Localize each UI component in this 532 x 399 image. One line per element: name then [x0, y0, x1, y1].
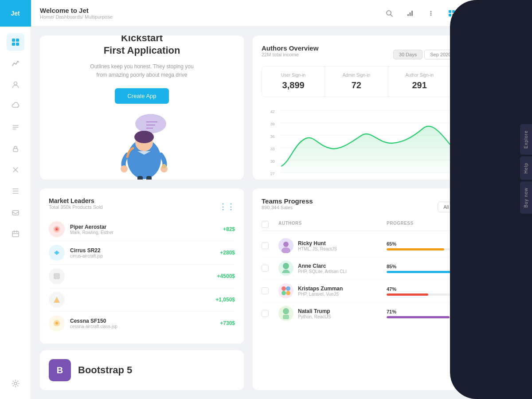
item4-icon — [49, 292, 65, 308]
piper-info: Piper Aerostar Mark, Rowling, Esther — [70, 224, 223, 235]
svg-rect-79 — [54, 273, 60, 279]
kristaps-checkbox[interactable] — [262, 287, 269, 294]
kickstart-title: KickstartFirst Application — [104, 35, 180, 57]
bootstrap-icon: B — [49, 359, 71, 381]
customize-icon-btn[interactable] — [424, 6, 438, 20]
sidebar-item-cloud[interactable] — [7, 97, 24, 115]
natali-skills: Python, ReactJS — [298, 314, 331, 319]
anne-author: Anne Clarc PHP, SQLite, Artisan CLI — [278, 261, 383, 276]
svg-rect-45 — [146, 176, 152, 180]
ricky-author: Ricky Hunt HTML, JS, ReactJS — [278, 238, 383, 253]
kristaps-avatar — [278, 283, 293, 298]
help-button[interactable]: Help — [520, 156, 532, 180]
buy-now-button[interactable]: Buy now — [520, 181, 532, 214]
svg-point-87 — [283, 263, 289, 269]
stat-user-signin: User Sign-in 3,899 — [262, 66, 325, 97]
svg-point-26 — [430, 12, 432, 14]
sidebar-item-inbox[interactable] — [7, 203, 24, 221]
cirrus-icon — [49, 245, 65, 261]
stat-author-signin-label: Author Sign-in — [395, 73, 444, 78]
stat-user-signin-value: 3,899 — [269, 80, 317, 90]
breadcrumb: Home/ Dashboards/ Multipurpose — [40, 14, 113, 20]
sidebar-item-settings[interactable] — [7, 375, 24, 392]
market-item-3: +4500$ — [49, 265, 235, 288]
tab-30days[interactable]: 30 Days — [393, 50, 422, 59]
chart-icon-btn[interactable] — [403, 6, 417, 20]
teams-subtitle: 890,344 Sales — [262, 205, 313, 210]
svg-line-21 — [391, 15, 392, 16]
market-item-4: +1,050$ — [49, 288, 235, 312]
sidebar-item-lock[interactable] — [7, 140, 24, 157]
market-header: Market Leaders Total 350k Products Sold … — [49, 197, 235, 216]
svg-text:27: 27 — [270, 172, 275, 176]
ricky-checkbox[interactable] — [262, 242, 269, 249]
sidebar-item-dashboard[interactable] — [7, 33, 24, 51]
piper-icon — [49, 221, 65, 237]
sidebar: Jet — [0, 0, 31, 399]
teams-title: Teams Progress — [262, 197, 313, 205]
kristaps-author: Kristaps Zumman PHP, Laravel, VueJS — [278, 283, 383, 298]
svg-rect-28 — [449, 10, 451, 13]
cessna-name: Cessna SF150 — [70, 318, 220, 324]
anne-checkbox[interactable] — [262, 265, 269, 272]
svg-point-19 — [14, 382, 17, 385]
sidebar-item-calendar[interactable] — [7, 225, 24, 243]
ricky-info: Ricky Hunt HTML, JS, ReactJS — [298, 240, 337, 251]
anne-skills: PHP, SQLite, Artisan CLI — [298, 269, 347, 274]
market-item-cirrus: Cirrus SR22 cirrus-aircraft.jsp +280$ — [49, 241, 235, 265]
sidebar-logo[interactable]: Jet — [0, 0, 31, 27]
svg-point-86 — [282, 247, 290, 253]
svg-point-40 — [136, 131, 152, 140]
svg-rect-2 — [12, 43, 15, 46]
kickstart-card: KickstartFirst Application Outlines keep… — [40, 35, 244, 180]
cirrus-meta: cirrus-aircraft.jsp — [70, 254, 220, 258]
item3-icon — [49, 268, 65, 284]
create-app-button[interactable]: Create App — [115, 88, 168, 104]
svg-rect-8 — [13, 149, 18, 152]
svg-text:Nov 15: Nov 15 — [387, 179, 397, 180]
svg-text:Jan 1: Jan 1 — [430, 179, 438, 180]
svg-point-82 — [55, 322, 58, 325]
item3-value: +4500$ — [217, 273, 235, 279]
sidebar-item-users[interactable] — [7, 76, 24, 94]
svg-text:30: 30 — [270, 159, 275, 164]
kickstart-description: Outlines keep you honest. They stoping y… — [84, 63, 200, 79]
logo-text: Jet — [11, 10, 20, 17]
svg-text:Aug 1: Aug 1 — [293, 179, 301, 180]
col-authors-header: AUTHORS — [278, 221, 383, 228]
cirrus-value: +280$ — [220, 250, 235, 256]
kristaps-name: Kristaps Zumman — [298, 286, 343, 292]
ricky-avatar — [278, 238, 293, 253]
ricky-name: Ricky Hunt — [298, 240, 337, 246]
authors-subtitle: 22M total income — [262, 52, 318, 57]
kristaps-fill — [387, 293, 428, 296]
sidebar-item-analytics[interactable] — [7, 55, 24, 72]
bottom-left: Market Leaders Total 350k Products Sold … — [40, 188, 244, 390]
svg-text:39: 39 — [270, 122, 275, 126]
svg-text:Dec 1: Dec 1 — [402, 179, 410, 180]
svg-text:Sep 1: Sep 1 — [321, 179, 329, 180]
natali-checkbox[interactable] — [262, 310, 269, 317]
svg-text:Jul 15: Jul 15 — [280, 179, 289, 180]
ricky-skills: HTML, JS, ReactJS — [298, 246, 337, 251]
search-icon-btn[interactable] — [382, 6, 396, 20]
bootstrap-icon-text: B — [57, 365, 63, 376]
svg-rect-24 — [411, 11, 413, 16]
cirrus-info: Cirrus SR22 cirrus-aircraft.jsp — [70, 247, 220, 258]
svg-text:Jan...: Jan... — [442, 179, 450, 180]
sidebar-item-list[interactable] — [7, 118, 24, 136]
svg-text:Nov 1: Nov 1 — [374, 179, 383, 180]
explore-button[interactable]: Explore — [520, 124, 532, 155]
market-more-icon[interactable]: ⋮⋮ — [219, 202, 235, 211]
svg-rect-22 — [407, 14, 409, 16]
dark-panel: Explore Help Buy now — [450, 0, 532, 399]
svg-text:Sep 15: Sep 15 — [332, 179, 342, 180]
sidebar-item-menu[interactable] — [7, 182, 24, 200]
svg-point-85 — [283, 242, 289, 247]
sidebar-item-close[interactable] — [7, 161, 24, 179]
svg-point-43 — [162, 164, 166, 168]
cessna-icon — [49, 315, 65, 331]
sidebar-nav — [7, 27, 24, 368]
item4-value: +1,050$ — [215, 297, 235, 303]
stat-admin-signin-label: Admin Sign-in — [332, 73, 380, 78]
